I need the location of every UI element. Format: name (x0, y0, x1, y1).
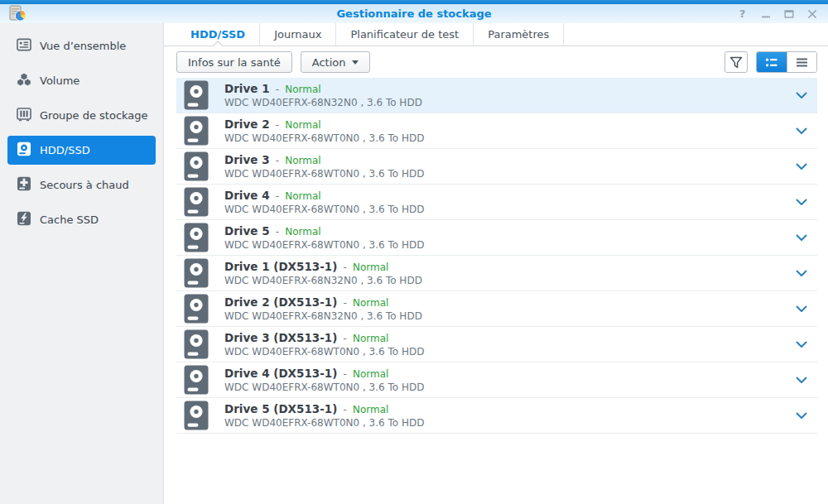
drive-row[interactable]: Drive 2 - Normal WDC WD40EFRX-68WT0N0 , … (176, 113, 817, 149)
chevron-down-icon[interactable] (796, 234, 807, 242)
drive-details: WDC WD40EFRX-68WT0N0 , 3.6 To HDD (224, 346, 796, 358)
drive-name: Drive 1 (224, 82, 270, 95)
health-info-button[interactable]: Infos sur la santé (176, 51, 292, 73)
chevron-down-icon[interactable] (796, 199, 807, 206)
drive-name: Drive 2 (DX513-1) (224, 295, 337, 309)
sidebar-item-volume[interactable]: Volume (7, 66, 156, 95)
window-title: Gestionnaire de stockage (0, 7, 828, 20)
hdd-icon (184, 116, 209, 146)
storage-group-icon (17, 112, 31, 124)
content-area: HDD/SSDJournauxPlanificateur de testPara… (164, 23, 828, 504)
compact-list-view-button[interactable] (787, 52, 816, 72)
action-button[interactable]: Action (301, 51, 370, 73)
maximize-icon[interactable] (781, 7, 797, 22)
drive-row[interactable]: Drive 4 (DX513-1) - Normal WDC WD40EFRX-… (176, 362, 817, 398)
drive-status-badge: Normal (285, 190, 320, 202)
drive-row[interactable]: Drive 1 - Normal WDC WD40EFRX-68N32N0 , … (176, 78, 817, 113)
view-mode-toggle (756, 51, 817, 73)
sidebar-item-ssd-cache[interactable]: Cache SSD (7, 205, 156, 234)
sidebar-item-label: Volume (40, 74, 79, 87)
sidebar-item-hot-spare[interactable]: Secours à chaud (7, 170, 156, 199)
sidebar-item-label: Groupe de stockage (40, 109, 148, 122)
drive-text: Drive 1 - Normal WDC WD40EFRX-68N32N0 , … (224, 82, 796, 109)
status-separator: - (276, 190, 279, 202)
drive-row[interactable]: Drive 2 (DX513-1) - Normal WDC WD40EFRX-… (176, 291, 817, 327)
chevron-down-icon[interactable] (796, 163, 807, 170)
toolbar: Infos sur la santé Action (164, 46, 828, 77)
drive-text: Drive 5 - Normal WDC WD40EFRX-68WT0N0 , … (224, 224, 796, 252)
hdd-icon (184, 80, 209, 110)
chevron-down-icon[interactable] (796, 305, 807, 313)
drive-text: Drive 3 - Normal WDC WD40EFRX-68WT0N0 , … (224, 153, 796, 180)
drive-text: Drive 2 - Normal WDC WD40EFRX-68WT0N0 , … (224, 118, 796, 145)
tab-journaux[interactable]: Journaux (260, 23, 336, 46)
ssd-cache-icon (17, 216, 31, 228)
hdd-icon (184, 329, 209, 359)
sidebar-item-icon-slot (17, 211, 40, 228)
drive-status-badge: Normal (285, 84, 320, 95)
drive-row[interactable]: Drive 5 (DX513-1) - Normal WDC WD40EFRX-… (176, 398, 817, 434)
tab-hdd-ssd[interactable]: HDD/SSD (176, 23, 260, 46)
tab-parametres[interactable]: Paramètres (474, 23, 564, 46)
drive-row[interactable]: Drive 1 (DX513-1) - Normal WDC WD40EFRX-… (176, 256, 817, 291)
window-controls: ? (734, 4, 820, 23)
drive-text: Drive 3 (DX513-1) - Normal WDC WD40EFRX-… (224, 331, 796, 358)
minimize-icon[interactable] (758, 7, 773, 22)
drive-name: Drive 4 (224, 189, 270, 202)
sidebar-item-icon-slot (17, 176, 40, 194)
help-icon[interactable]: ? (734, 7, 750, 22)
volume-icon (17, 77, 31, 89)
drive-details: WDC WD40EFRX-68N32N0 , 3.6 To HDD (224, 97, 796, 109)
drive-row[interactable]: Drive 4 - Normal WDC WD40EFRX-68WT0N0 , … (176, 185, 817, 220)
tab-test-scheduler[interactable]: Planificateur de test (336, 23, 474, 46)
chevron-down-icon[interactable] (796, 377, 807, 384)
chevron-down-icon[interactable] (796, 341, 807, 348)
drive-details: WDC WD40EFRX-68WT0N0 , 3.6 To HDD (224, 417, 796, 430)
close-icon[interactable] (804, 7, 820, 22)
hot-spare-icon (17, 181, 31, 194)
sidebar-item-overview[interactable]: Vue d’ensemble (7, 31, 156, 60)
drive-list: Drive 1 - Normal WDC WD40EFRX-68N32N0 , … (176, 78, 817, 434)
sidebar-item-label: Cache SSD (40, 214, 99, 226)
hdd-icon (184, 187, 209, 217)
detail-list-view-button[interactable] (757, 52, 787, 72)
sidebar-item-hdd-ssd[interactable]: HDD/SSD (7, 136, 156, 165)
drive-text: Drive 1 (DX513-1) - Normal WDC WD40EFRX-… (224, 260, 796, 287)
drive-details: WDC WD40EFRX-68WT0N0 , 3.6 To HDD (224, 168, 796, 180)
drive-name: Drive 3 (DX513-1) (224, 331, 337, 344)
chevron-down-icon[interactable] (796, 127, 807, 135)
drive-details: WDC WD40EFRX-68WT0N0 , 3.6 To HDD (224, 382, 796, 394)
drive-details: WDC WD40EFRX-68WT0N0 , 3.6 To HDD (224, 239, 796, 252)
drive-status-badge: Normal (353, 368, 388, 380)
hdd-icon (184, 151, 209, 181)
drive-name: Drive 3 (224, 153, 270, 166)
hdd-icon (184, 401, 209, 430)
status-separator: - (344, 262, 347, 273)
sidebar-item-storage-group[interactable]: Groupe de stockage (7, 101, 156, 130)
drive-status-badge: Normal (353, 262, 388, 273)
main-area: Vue d’ensemble Volume Groupe de stockage (0, 23, 828, 504)
chevron-down-icon[interactable] (796, 412, 807, 420)
status-separator: - (344, 333, 347, 344)
drive-row[interactable]: Drive 5 - Normal WDC WD40EFRX-68WT0N0 , … (176, 220, 817, 256)
hdd-icon (17, 146, 31, 159)
storage-manager-app-icon (7, 3, 27, 23)
drive-status-badge: Normal (353, 333, 388, 344)
hdd-icon (184, 365, 209, 395)
status-separator: - (344, 368, 347, 380)
drive-row[interactable]: Drive 3 (DX513-1) - Normal WDC WD40EFRX-… (176, 327, 817, 362)
chevron-down-icon[interactable] (796, 270, 807, 277)
action-button-label: Action (312, 56, 346, 69)
status-separator: - (276, 119, 279, 131)
funnel-icon (729, 56, 743, 69)
status-separator: - (344, 297, 347, 309)
compact-list-icon (796, 57, 808, 68)
sidebar-item-icon-slot (17, 72, 40, 89)
chevron-down-icon[interactable] (796, 92, 807, 99)
drive-status-badge: Normal (353, 297, 388, 309)
drive-status-badge: Normal (285, 155, 320, 166)
filter-button[interactable] (724, 51, 748, 73)
status-separator: - (276, 226, 279, 238)
status-separator: - (276, 84, 279, 95)
drive-row[interactable]: Drive 3 - Normal WDC WD40EFRX-68WT0N0 , … (176, 149, 817, 185)
